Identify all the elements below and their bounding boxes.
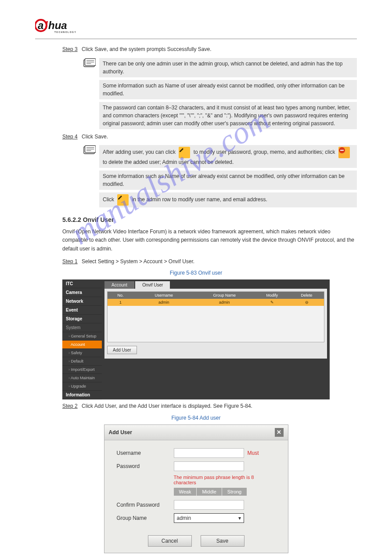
note-line: Some information such as Name of user al… (99, 80, 357, 99)
step-4: Step 4 Click Save. (62, 133, 357, 141)
note-block-step4: After adding user, you can click to modi… (83, 145, 357, 207)
modify-icon[interactable]: ✎ (255, 299, 289, 306)
required-badge: Must (248, 450, 259, 456)
sidebar-item-system[interactable]: System (62, 323, 102, 332)
step-3: Step 3 Click Save, and the system prompt… (62, 45, 357, 54)
confirm-password-label: Confirm Password (117, 502, 174, 508)
password-field[interactable] (174, 461, 244, 471)
chevron-down-icon: ▾ (238, 515, 241, 521)
step-label: Step 2 (62, 402, 78, 410)
confirm-password-field[interactable] (174, 500, 244, 510)
delete-icon[interactable]: ⊖ (289, 299, 324, 306)
strength-strong: Strong (222, 488, 247, 496)
note-icon (83, 145, 96, 155)
svg-text:l: l (45, 19, 48, 31)
sidebar-item-network[interactable]: Network (62, 297, 102, 306)
col-group: Group Name (194, 292, 255, 299)
sidebar-item-import-export[interactable]: Import/Export (62, 366, 102, 374)
sidebar: ITC Camera Network Event Storage System … (62, 279, 102, 399)
step-label: Step 4 (62, 133, 78, 141)
subsection-heading: 5.6.2.2 Onvif User (62, 216, 357, 223)
note-line: Some information such as Name of user al… (99, 170, 357, 190)
delete-icon (338, 147, 350, 158)
note-line: The password can contain 8–32 characters… (99, 102, 357, 129)
figure-caption-83: Figure 5-83 Onvif user (35, 270, 357, 276)
onvif-user-screenshot: ITC Camera Network Event Storage System … (62, 279, 330, 399)
add-user-button[interactable]: Add User (107, 346, 137, 354)
svg-text:a: a (38, 19, 43, 31)
step-text: Click Save. (82, 134, 108, 140)
col-modify: Modify (255, 292, 289, 299)
note-block-step3: There can be only one admin user in the … (83, 58, 357, 129)
figure-caption-84: Figure 5-84 Add user (35, 415, 357, 421)
svg-rect-15 (340, 150, 344, 151)
sidebar-item-safety[interactable]: Safety (62, 349, 102, 357)
sidebar-item-account[interactable]: Account (62, 341, 102, 349)
user-table: No. Username Group Name Modify Delete 1 … (107, 291, 324, 342)
step-1-onvif: Step 1 Select Setting > System > Account… (62, 258, 357, 266)
strength-weak: Weak (174, 488, 197, 496)
step-label: Step 1 (62, 258, 78, 266)
add-user-dialog: Add User ✕ Username Must Password The mi… (104, 424, 288, 553)
sidebar-item-auto-maintain[interactable]: Auto Maintain (62, 374, 102, 382)
sidebar-item-information[interactable]: Information (62, 391, 102, 399)
modify-icon (179, 147, 190, 158)
cancel-button[interactable]: Cancel (148, 535, 192, 547)
group-name-label: Group Name (117, 515, 174, 521)
header-bar: a l hua TECHNOLOGY (35, 18, 357, 39)
onvif-intro: Onvif (Open Network Video Interface Foru… (62, 228, 357, 253)
password-label: Password (117, 463, 174, 469)
sidebar-item-default[interactable]: Default (62, 357, 102, 366)
tab-account[interactable]: Account (104, 281, 134, 289)
col-delete: Delete (289, 292, 324, 299)
username-label: Username (117, 450, 174, 456)
table-row[interactable]: 1 admin admin ✎ ⊖ (108, 299, 324, 306)
close-icon[interactable]: ✕ (275, 428, 284, 437)
sidebar-item-itc[interactable]: ITC (62, 279, 102, 288)
document-page: a l hua TECHNOLOGY manualshive.com Step … (0, 0, 392, 555)
step-text: Click Save, and the system prompts Succe… (82, 46, 211, 52)
step-text: Select Setting > System > Account > Onvi… (82, 258, 194, 265)
sidebar-item-upgrade[interactable]: Upgrade (62, 382, 102, 391)
tab-onvif-user[interactable]: Onvif User (135, 281, 170, 289)
sidebar-item-camera[interactable]: Camera (62, 288, 102, 297)
col-no: No. (108, 292, 133, 299)
save-button[interactable]: Save (201, 535, 245, 547)
sidebar-item-general[interactable]: General Setup (62, 332, 102, 341)
sidebar-item-event[interactable]: Event (62, 306, 102, 315)
brand-logo: a l hua TECHNOLOGY (35, 18, 83, 36)
note-icon (83, 58, 96, 68)
col-username: Username (133, 292, 194, 299)
password-strength: Weak Middle Strong (174, 488, 276, 496)
password-hint: The minimum pass phrase length is 8 char… (174, 475, 276, 485)
note-line: There can be only one admin user in the … (99, 58, 357, 77)
brand-subtext: TECHNOLOGY (54, 31, 103, 33)
sidebar-item-storage[interactable]: Storage (62, 315, 102, 323)
step-text: Click Add User, and the Add User interfa… (82, 403, 252, 409)
svg-text:hua: hua (48, 19, 67, 31)
group-name-select[interactable]: admin ▾ (174, 513, 244, 523)
dialog-title: Add User (109, 429, 132, 435)
note-line: Click in the admin row to modify user na… (99, 192, 357, 207)
username-field[interactable] (174, 448, 244, 458)
step-2-onvif: Step 2 Click Add User, and the Add User … (62, 402, 357, 410)
strength-middle: Middle (197, 488, 222, 496)
modify-icon (117, 194, 129, 206)
step-label: Step 3 (62, 45, 78, 54)
main-panel: Account Onvif User No. Username Group Na… (102, 279, 330, 399)
note-line: After adding user, you can click to modi… (99, 145, 357, 168)
